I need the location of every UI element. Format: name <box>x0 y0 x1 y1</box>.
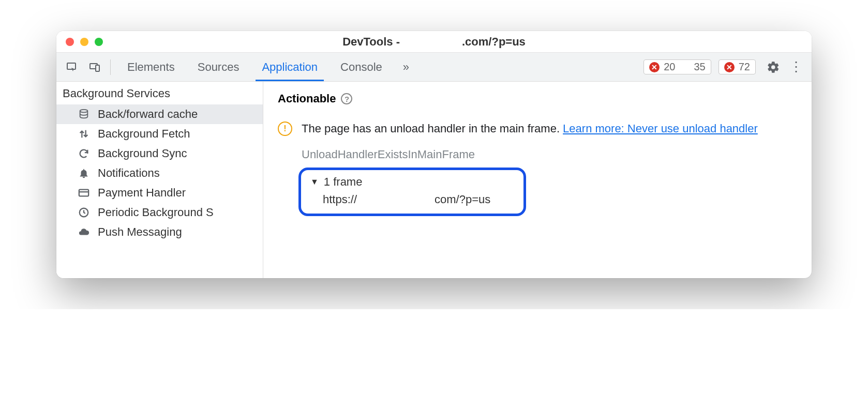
inspect-element-icon[interactable] <box>62 57 82 78</box>
updown-arrows-icon <box>77 127 91 141</box>
sidebar-item-label: Payment Handler <box>98 186 186 200</box>
sidebar-item-back-forward-cache[interactable]: Back/forward cache <box>56 104 263 124</box>
issue-text-body: The page has an unload handler in the ma… <box>302 122 563 135</box>
sidebar-item-payment-handler[interactable]: Payment Handler <box>56 183 263 203</box>
issue-description: The page has an unload handler in the ma… <box>302 120 758 138</box>
console-status-badge[interactable]: ✕ 20 ▲ 35 <box>643 59 711 74</box>
sidebar-item-label: Periodic Background S <box>98 206 214 219</box>
kebab-menu-icon[interactable]: ⋮ <box>786 57 806 78</box>
sidebar-item-label: Notifications <box>98 166 160 180</box>
sidebar-item-label: Back/forward cache <box>98 108 198 121</box>
sidebar-item-label: Background Fetch <box>98 127 190 141</box>
tab-sources[interactable]: Sources <box>186 53 251 81</box>
tab-elements[interactable]: Elements <box>116 53 186 81</box>
toolbar-separator <box>110 59 111 75</box>
error-icon: ✕ <box>649 62 660 72</box>
issue-row: ! The page has an unload handler in the … <box>278 120 797 138</box>
database-icon <box>77 108 91 121</box>
warning-icon: ▲ <box>680 62 690 72</box>
issues-badge[interactable]: ✕ 72 <box>719 59 756 74</box>
sidebar-section-header: Background Services <box>56 82 263 104</box>
cloud-icon <box>77 225 91 239</box>
svg-rect-4 <box>79 190 88 196</box>
issue-count: 72 <box>739 61 750 73</box>
frame-url-suffix: com/?p=us <box>435 193 490 206</box>
sidebar-item-background-fetch[interactable]: Background Fetch <box>56 124 263 144</box>
window-title-prefix: DevTools - <box>342 35 400 49</box>
close-window-button[interactable] <box>66 38 74 46</box>
error-count: 20 <box>664 61 675 73</box>
clock-icon <box>77 206 91 219</box>
section-title: Actionable ? <box>278 92 797 105</box>
card-icon <box>77 186 91 200</box>
sidebar-item-notifications[interactable]: Notifications <box>56 163 263 183</box>
svg-rect-0 <box>67 63 76 69</box>
panel-tabs: Elements Sources Application Console <box>116 53 394 81</box>
tab-application[interactable]: Application <box>250 53 329 81</box>
warning-circle-icon: ! <box>278 121 292 136</box>
issue-reason: UnloadHandlerExistsInMainFrame <box>302 148 797 161</box>
help-icon[interactable]: ? <box>341 93 352 104</box>
warning-count: 35 <box>694 61 706 73</box>
sidebar-item-label: Push Messaging <box>98 225 182 239</box>
issue-error-icon: ✕ <box>724 62 735 72</box>
svg-point-3 <box>80 110 88 113</box>
device-toolbar-icon[interactable] <box>84 57 105 78</box>
frame-url-prefix: https:// <box>323 193 357 206</box>
content-pane: Actionable ? ! The page has an unload ha… <box>263 82 812 278</box>
sidebar-item-periodic-background-sync[interactable]: Periodic Background S <box>56 203 263 222</box>
sidebar-item-push-messaging[interactable]: Push Messaging <box>56 222 263 242</box>
window-title-suffix: .com/?p=us <box>462 35 526 49</box>
sync-icon <box>77 147 91 160</box>
sidebar: Background Services Back/forward cache B… <box>56 82 263 278</box>
sidebar-item-background-sync[interactable]: Background Sync <box>56 144 263 163</box>
frame-count-label: 1 frame <box>324 175 363 189</box>
maximize-window-button[interactable] <box>95 38 103 46</box>
devtools-window: DevTools - .com/?p=us Elements Sources A… <box>56 31 812 278</box>
disclosure-triangle-icon: ▼ <box>310 177 319 187</box>
section-title-text: Actionable <box>278 92 336 105</box>
bell-icon <box>77 166 91 180</box>
more-tabs-icon[interactable]: » <box>396 57 416 78</box>
toolbar: Elements Sources Application Console » ✕… <box>56 53 812 82</box>
titlebar: DevTools - .com/?p=us <box>56 31 812 53</box>
settings-icon[interactable] <box>763 57 784 78</box>
frame-expander[interactable]: ▼ 1 frame <box>310 175 514 189</box>
sidebar-item-label: Background Sync <box>98 147 187 160</box>
tab-console[interactable]: Console <box>329 53 394 81</box>
traffic-lights <box>56 38 103 46</box>
svg-rect-2 <box>96 65 99 71</box>
frame-url[interactable]: https:// com/?p=us <box>310 189 514 206</box>
minimize-window-button[interactable] <box>80 38 88 46</box>
learn-more-link[interactable]: Learn more: Never use unload handler <box>563 122 758 135</box>
window-title: DevTools - .com/?p=us <box>56 35 812 49</box>
frame-highlight-box: ▼ 1 frame https:// com/?p=us <box>298 168 526 216</box>
